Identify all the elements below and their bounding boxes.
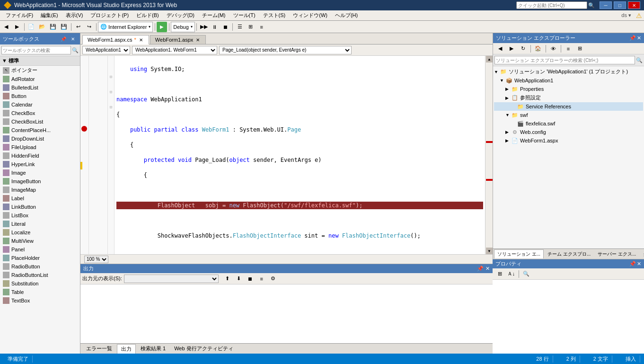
tab-output[interactable]: 出力 <box>117 344 136 354</box>
props-categorized-btn[interactable]: ⊞ <box>494 269 505 279</box>
toolbox-item-hyperlink[interactable]: HyperLink <box>0 160 80 169</box>
se-pin-icon[interactable]: 📌 <box>629 35 636 41</box>
props-close-icon[interactable]: ✕ <box>637 261 641 267</box>
tb-btn-4[interactable]: ☰ <box>235 22 245 32</box>
tb-btn-6[interactable]: ≡ <box>256 22 267 32</box>
forward-button[interactable]: ▶ <box>12 22 22 32</box>
toolbox-item-checkbox[interactable]: CheckBox <box>0 109 80 117</box>
menu-tools[interactable]: ツール(T) <box>229 10 259 21</box>
save-all-button[interactable]: 💾 <box>59 22 69 32</box>
menu-test[interactable]: テスト(S) <box>259 10 290 21</box>
scroll-down-button[interactable]: ▼ <box>486 248 493 254</box>
config-dropdown[interactable]: Debug ▾ <box>171 22 194 32</box>
se-home-btn[interactable]: 🏠 <box>533 44 543 54</box>
se-props-btn[interactable]: ≡ <box>563 44 573 54</box>
breakpoint-indicator[interactable] <box>81 126 87 132</box>
tab-close-button[interactable]: ✕ <box>138 37 144 43</box>
toolbox-item-literal[interactable]: Literal <box>0 220 80 228</box>
tree-project[interactable]: ▼ 📦 WebApplication1 <box>494 76 643 85</box>
tree-service-refs[interactable]: 📁 Service References <box>494 102 643 111</box>
se-back-btn[interactable]: ◀ <box>495 44 505 54</box>
toolbox-item-radiobutton[interactable]: RadioButton <box>0 262 80 271</box>
output-btn-5[interactable]: ⚙ <box>268 274 278 284</box>
toolbox-item-imagebutton[interactable]: ImageButton <box>0 177 80 186</box>
expand-icon[interactable]: ▼ <box>500 78 505 83</box>
tb-btn-3[interactable]: ⏹ <box>221 22 231 32</box>
tb-btn-1[interactable]: ▶▶ <box>199 22 209 32</box>
se-tab-server-explorer[interactable]: サーバー エクス... <box>594 249 639 259</box>
se-refresh-btn[interactable]: ↻ <box>518 44 528 54</box>
toolbox-item-fileupload[interactable]: FileUpload <box>0 143 80 151</box>
output-close-icon[interactable]: ✕ <box>485 266 490 272</box>
zoom-dropdown[interactable]: 100 % <box>84 256 108 263</box>
close-button[interactable]: ✕ <box>628 1 640 9</box>
toolbox-item-dropdownlist[interactable]: DropDownList <box>0 134 80 143</box>
tree-properties[interactable]: ▶ 📁 Properties <box>494 85 643 93</box>
toolbox-item-adrotator[interactable]: AdRotator <box>0 75 80 83</box>
back-button[interactable]: ◀ <box>1 22 11 32</box>
se-tab-team-explorer[interactable]: チーム エクスプロ... <box>544 249 594 259</box>
output-pin-icon[interactable]: 📌 <box>477 266 484 272</box>
vertical-scrollbar[interactable]: ▲ ▼ <box>485 56 493 254</box>
toolbox-item-panel[interactable]: Panel <box>0 245 80 254</box>
props-alpha-btn[interactable]: Ａ↓ <box>506 269 516 279</box>
output-btn-4[interactable]: ≡ <box>256 274 267 284</box>
toolbox-section-standard[interactable]: ▼ 標準 <box>0 56 80 66</box>
toolbox-item-substitution[interactable]: Substitution <box>0 279 80 288</box>
expand-icon[interactable]: ▶ <box>505 87 511 91</box>
toolbox-item-localize[interactable]: Localize <box>0 228 80 237</box>
tab-error-list[interactable]: エラー一覧 <box>82 344 116 353</box>
props-pin-icon[interactable]: 📌 <box>629 261 636 267</box>
se-show-all-btn[interactable]: 👁 <box>548 44 558 54</box>
new-button[interactable]: 📄 <box>26 22 36 32</box>
expand-icon[interactable]: ▶ <box>505 130 511 134</box>
toolbox-item-radiobuttonlist[interactable]: RadioButtonList <box>0 271 80 279</box>
toolbox-item-label[interactable]: Label <box>0 194 80 203</box>
toolbox-item-pointer[interactable]: ↖ ポインター <box>0 66 80 75</box>
toolbox-item-textbox[interactable]: TextBox <box>0 296 80 305</box>
tree-swf-folder[interactable]: ▼ 📁 swf <box>494 111 643 119</box>
expand-icon[interactable]: ▼ <box>494 70 500 74</box>
toolbox-item-linkbutton[interactable]: LinkButton <box>0 203 80 211</box>
tree-references[interactable]: ▶ 📋 参照設定 <box>494 93 643 102</box>
open-button[interactable]: 📂 <box>37 22 47 32</box>
tree-solution[interactable]: ▼ 📁 ソリューション 'WebApplication1' (1 プロジェクト) <box>494 67 643 76</box>
output-btn-2[interactable]: ⬇ <box>234 274 244 284</box>
se-forward-btn[interactable]: ▶ <box>506 44 517 54</box>
se-tab-solution-explorer[interactable]: ソリューション エ... <box>494 249 544 258</box>
props-search-btn[interactable]: 🔍 <box>521 269 531 279</box>
quick-launch-input[interactable] <box>516 1 587 9</box>
se-close-icon[interactable]: ✕ <box>637 35 641 41</box>
event-dropdown[interactable]: Page_Load(object sender, EventArgs e) <box>219 46 352 54</box>
toolbox-pin-button[interactable]: 📌 <box>59 35 68 43</box>
scroll-up-button[interactable]: ▲ <box>486 56 493 62</box>
menu-help[interactable]: ヘルプ(H) <box>331 10 362 21</box>
toolbox-item-multiview[interactable]: MultiView <box>0 237 80 245</box>
se-preview-btn[interactable]: ⊞ <box>574 44 585 54</box>
output-btn-3[interactable]: ⏹ <box>245 274 256 284</box>
toolbox-item-table[interactable]: Table <box>0 288 80 296</box>
menu-team[interactable]: チーム(M) <box>198 10 229 21</box>
undo-button[interactable]: ↩ <box>73 22 83 32</box>
class-dropdown[interactable]: WebApplication1 <box>82 46 130 54</box>
toolbox-item-image[interactable]: Image <box>0 169 80 177</box>
toolbox-item-placeholder[interactable]: PlaceHolder <box>0 254 80 262</box>
toolbox-item-hiddenfield[interactable]: HiddenField <box>0 151 80 160</box>
toolbox-item-bulletedlist[interactable]: BulletedList <box>0 83 80 92</box>
tree-webform1[interactable]: ▶ 📄 WebForm1.aspx <box>494 136 643 145</box>
code-body[interactable]: using System.IO; namespace WebApplicatio… <box>115 56 485 254</box>
menu-view[interactable]: 表示(V) <box>62 10 87 21</box>
minimize-button[interactable]: ─ <box>600 1 612 9</box>
tab-webform1-aspx[interactable]: WebForm1.aspx ✕ <box>150 35 206 44</box>
toolbox-search-input[interactable] <box>1 46 71 54</box>
output-btn-1[interactable]: ⬆ <box>222 274 233 284</box>
expand-icon[interactable]: ▶ <box>505 138 511 143</box>
toolbox-item-checkboxlist[interactable]: CheckBoxList <box>0 117 80 126</box>
save-button[interactable]: 💾 <box>48 22 58 32</box>
se-tab-class-view[interactable]: クラス ビュー <box>640 249 644 259</box>
menu-project[interactable]: プロジェクト(P) <box>87 10 132 21</box>
tab-close-button[interactable]: ✕ <box>195 37 201 43</box>
menu-window[interactable]: ウィンドウ(W) <box>289 10 331 21</box>
tab-search-results[interactable]: 検索結果 1 <box>137 344 169 353</box>
menu-build[interactable]: ビルド(B) <box>132 10 163 21</box>
